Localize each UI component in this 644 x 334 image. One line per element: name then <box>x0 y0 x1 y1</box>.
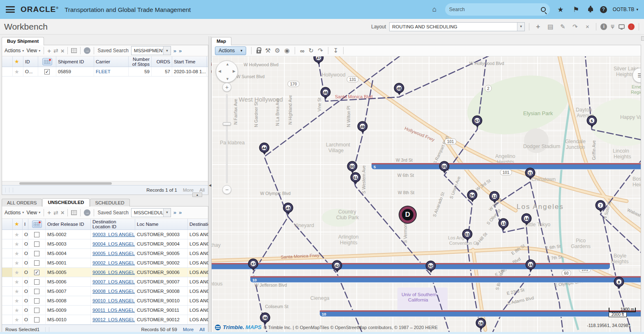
add-layout-button[interactable]: + <box>533 23 542 31</box>
delete-layout-button[interactable]: × <box>583 23 592 30</box>
map-marker[interactable]: 57 <box>472 116 482 126</box>
map-pan-control[interactable]: ▲ ▼ ◀ ▶ <box>216 60 238 83</box>
hamburger-menu-icon[interactable] <box>6 6 15 13</box>
refresh-swap-icon[interactable]: ⇄ <box>53 47 58 54</box>
glasses-icon[interactable]: ∞ <box>300 47 305 54</box>
map-marker[interactable]: 44 <box>259 143 270 153</box>
remove-icon[interactable]: × <box>61 47 65 54</box>
help-icon[interactable]: ? <box>600 6 607 13</box>
map-marker[interactable]: 13 <box>499 218 509 229</box>
view-menu[interactable]: View▾ <box>26 48 40 53</box>
go-arrow-icon[interactable]: → <box>84 209 90 216</box>
tab-map[interactable]: Map <box>211 37 231 45</box>
destination-location-link[interactable]: 90011_LOS ANGEL... <box>91 306 135 315</box>
more-link[interactable]: More <box>183 327 194 332</box>
map-column-header[interactable] <box>28 219 46 230</box>
table-row[interactable]: ★OMS-000390004_LOS ANGEL...CUSTOMER_9000… <box>2 239 208 249</box>
favorite-star-icon[interactable]: ★ <box>13 258 23 267</box>
go-arrow-icon[interactable]: → <box>84 47 90 54</box>
favorite-star-icon[interactable]: ★ <box>13 287 23 296</box>
tab-buy-shipment[interactable]: Buy Shipment <box>2 37 44 45</box>
favorite-star-icon[interactable]: ★ <box>13 230 23 239</box>
map-marker[interactable]: 48 <box>394 83 404 93</box>
map-marker[interactable]: 14 <box>522 213 532 224</box>
favorite-column-header[interactable]: ★ <box>13 56 23 67</box>
search-box[interactable] <box>445 3 550 16</box>
table-row[interactable]: ★OMS-000490005_LOS ANGEL...CUSTOMER_9000… <box>2 249 208 258</box>
grid-view-icon[interactable] <box>71 210 77 215</box>
tools-icon[interactable]: ⚒ <box>265 47 270 54</box>
map-grid-icon[interactable] <box>42 58 52 65</box>
map-marker[interactable]: 38 <box>260 313 270 323</box>
actions-menu[interactable]: Actions▾ <box>5 48 24 53</box>
destination-location-link[interactable]: 90002_LOS ANGEL... <box>91 258 135 267</box>
row-checkbox[interactable] <box>34 241 39 247</box>
monitor-icon[interactable] <box>619 24 625 29</box>
map-grid-icon[interactable] <box>32 220 42 228</box>
view-menu[interactable]: View▾ <box>26 210 40 216</box>
map-marker[interactable]: 50 <box>347 161 358 172</box>
map-marker[interactable]: 54 <box>467 190 478 200</box>
map-column-header[interactable] <box>38 56 56 67</box>
destination-location-link[interactable]: 90010_LOS ANGEL... <box>91 296 135 305</box>
destination-location-link[interactable]: 90003_LOS ANGEL... <box>91 230 135 239</box>
map-canvas[interactable]: W Hollywood BlvdW Hollywood BlvdW Sunset… <box>212 56 641 334</box>
row-checkbox[interactable]: ✓ <box>34 270 39 275</box>
zoom-in-button[interactable]: + <box>222 83 231 92</box>
notifications-bell-icon[interactable] <box>587 6 594 13</box>
merge-down-icon[interactable]: ↧ <box>333 47 339 54</box>
map-marker[interactable]: 12 <box>489 191 500 202</box>
row-checkbox[interactable] <box>34 232 39 237</box>
destination-location-link[interactable]: 90012_LOS ANGEL... <box>91 315 135 324</box>
map-marker[interactable]: 15 <box>526 260 536 270</box>
tab-unscheduled[interactable]: UNSCHEDULED <box>42 198 89 206</box>
favorite-star-icon[interactable]: ★ <box>13 315 23 324</box>
all-link[interactable]: All <box>199 327 205 332</box>
user-menu[interactable]: OOTB.TB▾ <box>613 7 638 12</box>
table-row[interactable]: ★OMS-000990011_LOS ANGEL...CUSTOMER_9001… <box>2 306 208 315</box>
table-row[interactable]: ★O✓MS-000590006_LOS ANGEL...CUSTOMER_900… <box>2 268 208 277</box>
row-checkbox[interactable]: ✓ <box>44 69 50 74</box>
tab-all-orders[interactable]: ALL ORDERS <box>2 199 42 206</box>
redo-icon[interactable]: ↷ <box>318 47 323 54</box>
map-marker[interactable]: 7 <box>596 200 606 211</box>
layout-select[interactable]: ROUTING AND SCHEDULING▼ <box>389 22 525 31</box>
settings-gear-icon[interactable]: ⚙ <box>275 47 280 54</box>
table-row[interactable]: ★OMS-000790008_LOS ANGEL...CUSTOMER_9000… <box>2 287 208 296</box>
map-marker[interactable]: 42 <box>332 260 342 271</box>
info-icon[interactable]: i <box>600 23 607 30</box>
all-link[interactable]: All <box>199 188 205 193</box>
flag-icon[interactable]: ⚑ <box>571 5 581 14</box>
map-marker[interactable]: 46 <box>321 87 331 97</box>
pan-up-icon[interactable]: ▲ <box>226 62 229 66</box>
destination-location-link[interactable]: 90007_LOS ANGEL... <box>91 277 135 286</box>
row-checkbox[interactable] <box>34 279 39 285</box>
chevron-more-icon[interactable]: » <box>173 209 176 216</box>
carrier-link[interactable]: FLEET <box>94 67 129 76</box>
row-checkbox[interactable] <box>34 298 39 304</box>
refresh-swap-icon[interactable]: ⇄ <box>53 209 58 216</box>
map-marker[interactable]: 5 <box>587 116 597 126</box>
merge-icon[interactable]: ⋔ <box>610 23 615 30</box>
row-checkbox[interactable] <box>34 317 39 322</box>
favorite-star-icon[interactable]: ★ <box>13 67 23 76</box>
zoom-out-button[interactable]: − <box>222 185 231 194</box>
saved-search-select[interactable]: MSSHIPMENTS▼ <box>131 46 171 55</box>
saved-search-select[interactable]: MSSCHEDULED▼ <box>131 208 171 217</box>
add-icon[interactable]: + <box>47 47 51 54</box>
search-icon[interactable] <box>541 7 546 12</box>
table-row[interactable]: ★OMS-000890010_LOS ANGEL...CUSTOMER_9001… <box>2 296 208 306</box>
table-row[interactable]: ★OMS-000290003_LOS ANGEL...CUSTOMER_9000… <box>2 230 208 239</box>
map-marker[interactable]: 37 <box>248 259 259 269</box>
rotate-icon[interactable]: ↻ <box>309 47 314 54</box>
destination-location-link[interactable]: 90008_LOS ANGEL... <box>91 287 135 296</box>
ch evron-expand-icon[interactable]: » <box>179 48 182 54</box>
favorite-star-icon[interactable]: ★ <box>13 306 23 315</box>
alert-icon[interactable]: ! <box>628 23 635 30</box>
eye-icon[interactable]: ◉ <box>284 47 290 54</box>
favorite-star-icon[interactable]: ★ <box>13 277 23 286</box>
more-link[interactable]: More <box>183 188 194 193</box>
redo-icon[interactable]: ↷ <box>570 23 579 30</box>
favorite-star-icon[interactable]: ★ <box>13 296 23 305</box>
table-row[interactable]: ★OMS-000690007_LOS ANGEL...CUSTOMER_9000… <box>2 277 208 287</box>
